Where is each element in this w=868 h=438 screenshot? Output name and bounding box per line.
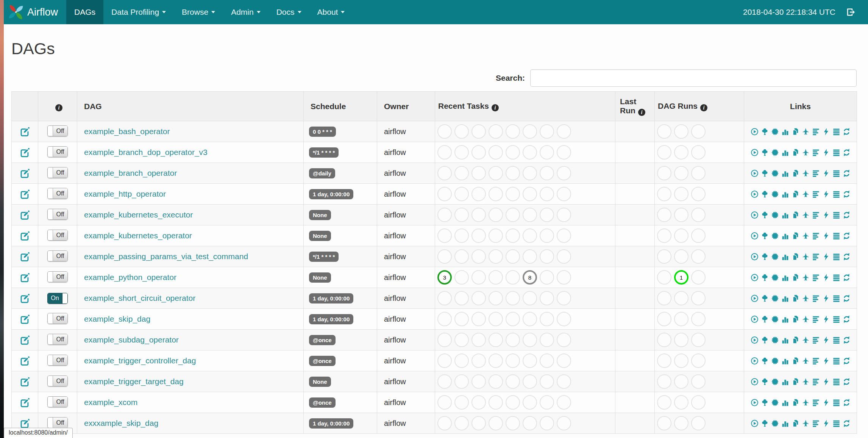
tree-icon[interactable] [761,128,769,136]
airflow-brand[interactable]: Airflow [6,0,63,24]
tree-icon[interactable] [761,357,769,365]
dag-pause-toggle[interactable]: Off [47,375,68,386]
nav-item-admin[interactable]: Admin [223,0,269,24]
align-justify-icon[interactable] [832,232,840,240]
align-justify-icon[interactable] [832,211,840,219]
plane-icon[interactable] [802,399,810,407]
plane-icon[interactable] [802,190,810,198]
dag-pause-toggle[interactable]: Off [47,334,68,345]
sunburst-icon[interactable] [771,336,779,344]
bar-chart-icon[interactable] [781,253,789,261]
dag-link[interactable]: exxxample_skip_dag [84,419,158,427]
align-left-icon[interactable] [812,169,820,177]
bolt-icon[interactable] [822,128,830,136]
plane-icon[interactable] [802,336,810,344]
refresh-icon[interactable] [843,149,851,156]
align-left-icon[interactable] [812,190,820,198]
dag-link[interactable]: example_branch_dop_operator_v3 [84,148,208,156]
sunburst-icon[interactable] [771,419,779,427]
dag-link[interactable]: example_trigger_controller_dag [84,356,196,365]
play-circle-icon[interactable] [751,315,759,323]
align-justify-icon[interactable] [832,336,840,344]
edit-dag-icon[interactable] [20,252,30,262]
align-justify-icon[interactable] [832,378,840,386]
bolt-icon[interactable] [822,378,830,386]
dag-link[interactable]: example_xcom [84,398,137,407]
duplicate-icon[interactable] [792,232,799,240]
play-circle-icon[interactable] [751,399,759,407]
align-justify-icon[interactable] [832,294,840,302]
dag-pause-toggle[interactable]: Off [47,313,68,324]
edit-dag-icon[interactable] [20,168,30,178]
tree-icon[interactable] [761,419,769,427]
play-circle-icon[interactable] [751,190,759,198]
bolt-icon[interactable] [822,336,830,344]
duplicate-icon[interactable] [792,128,799,136]
align-justify-icon[interactable] [832,357,840,365]
dag-pause-toggle[interactable]: Off [47,417,68,428]
dag-link[interactable]: example_short_circuit_operator [84,294,195,302]
dag-pause-toggle[interactable]: Off [47,250,68,261]
bolt-icon[interactable] [822,253,830,261]
edit-dag-icon[interactable] [20,356,30,366]
bolt-icon[interactable] [822,169,830,177]
sunburst-icon[interactable] [771,294,779,302]
bolt-icon[interactable] [822,357,830,365]
play-circle-icon[interactable] [751,169,759,177]
bolt-icon[interactable] [822,274,830,282]
plane-icon[interactable] [802,232,810,240]
dag-pause-toggle[interactable]: Off [47,188,68,199]
sunburst-icon[interactable] [771,149,779,156]
tree-icon[interactable] [761,169,769,177]
align-left-icon[interactable] [812,357,820,365]
plane-icon[interactable] [802,149,810,156]
dag-pause-toggle[interactable]: Off [47,396,68,407]
dag-link[interactable]: example_trigger_target_dag [84,377,184,386]
plane-icon[interactable] [802,294,810,302]
align-justify-icon[interactable] [832,169,840,177]
align-justify-icon[interactable] [832,149,840,156]
bolt-icon[interactable] [822,315,830,323]
refresh-icon[interactable] [843,336,851,344]
bolt-icon[interactable] [822,211,830,219]
align-justify-icon[interactable] [832,419,840,427]
duplicate-icon[interactable] [792,419,799,427]
nav-item-browse[interactable]: Browse [174,0,223,24]
align-left-icon[interactable] [812,336,820,344]
edit-dag-icon[interactable] [20,293,30,303]
align-left-icon[interactable] [812,211,820,219]
dag-link[interactable]: example_branch_operator [84,169,177,177]
plane-icon[interactable] [802,211,810,219]
plane-icon[interactable] [802,419,810,427]
tree-icon[interactable] [761,211,769,219]
refresh-icon[interactable] [843,274,851,282]
align-left-icon[interactable] [812,378,820,386]
refresh-icon[interactable] [843,253,851,261]
play-circle-icon[interactable] [751,128,759,136]
play-circle-icon[interactable] [751,253,759,261]
align-left-icon[interactable] [812,149,820,156]
search-input[interactable] [530,69,857,87]
tree-icon[interactable] [761,232,769,240]
duplicate-icon[interactable] [792,211,799,219]
duplicate-icon[interactable] [792,149,799,156]
sunburst-icon[interactable] [771,357,779,365]
tree-icon[interactable] [761,378,769,386]
sunburst-icon[interactable] [771,253,779,261]
refresh-icon[interactable] [843,169,851,177]
bar-chart-icon[interactable] [781,128,789,136]
bolt-icon[interactable] [822,399,830,407]
play-circle-icon[interactable] [751,357,759,365]
plane-icon[interactable] [802,169,810,177]
duplicate-icon[interactable] [792,294,799,302]
sunburst-icon[interactable] [771,232,779,240]
align-left-icon[interactable] [812,253,820,261]
bar-chart-icon[interactable] [781,357,789,365]
plane-icon[interactable] [802,128,810,136]
play-circle-icon[interactable] [751,274,759,282]
log-out-icon[interactable] [846,7,856,17]
play-circle-icon[interactable] [751,211,759,219]
align-left-icon[interactable] [812,315,820,323]
dag-pause-toggle[interactable]: Off [47,125,68,136]
align-justify-icon[interactable] [832,253,840,261]
